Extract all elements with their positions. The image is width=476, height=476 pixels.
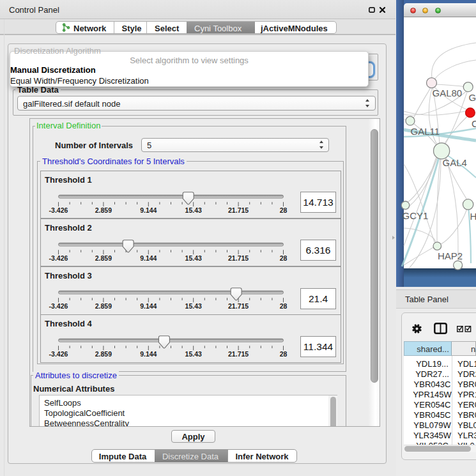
svg-text:15.43: 15.43 [185,206,201,214]
svg-text:9.144: 9.144 [140,206,157,214]
svg-text:9.144: 9.144 [140,350,157,358]
svg-text:GAL11: GAL11 [411,126,440,137]
svg-text:28: 28 [279,254,287,262]
svg-text:15.43: 15.43 [185,254,201,262]
svg-text:-3.426: -3.426 [49,350,68,358]
svg-text:9.144: 9.144 [140,254,157,262]
svg-text:G.: G. [469,92,476,103]
svg-text:21.715: 21.715 [228,206,249,214]
svg-text:21.715: 21.715 [228,350,249,358]
svg-text:-3.426: -3.426 [49,206,68,214]
svg-text:15.43: 15.43 [185,302,201,310]
svg-text:GAL80: GAL80 [433,88,463,98]
svg-text:2.859: 2.859 [95,254,111,262]
svg-text:9.144: 9.144 [140,302,157,310]
svg-text:GAL4: GAL4 [443,157,467,168]
svg-text:-3.426: -3.426 [49,254,68,262]
svg-text:GCY1: GCY1 [403,210,429,221]
svg-text:H: H [470,211,476,222]
svg-text:C: C [472,118,476,129]
svg-text:-3.426: -3.426 [49,302,68,310]
svg-text:2.859: 2.859 [95,302,111,310]
svg-text:28: 28 [279,302,287,310]
svg-text:HAP2: HAP2 [438,250,463,261]
svg-text:28: 28 [279,206,287,214]
svg-text:2.859: 2.859 [95,206,111,214]
svg-text:15.43: 15.43 [185,350,201,358]
svg-text:28: 28 [279,350,287,358]
svg-text:2.859: 2.859 [95,350,111,358]
svg-text:21.715: 21.715 [228,302,249,310]
svg-text:21.715: 21.715 [228,254,249,262]
